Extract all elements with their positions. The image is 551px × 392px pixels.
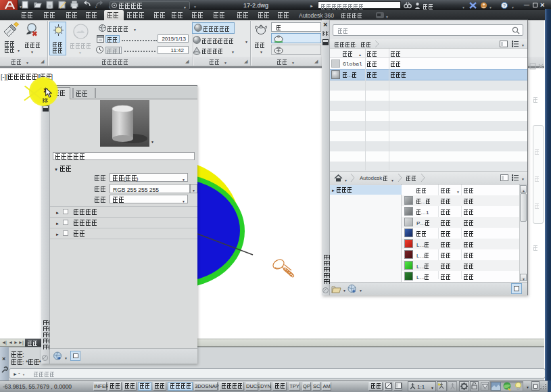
svg-text:?: ? [503, 3, 506, 8]
